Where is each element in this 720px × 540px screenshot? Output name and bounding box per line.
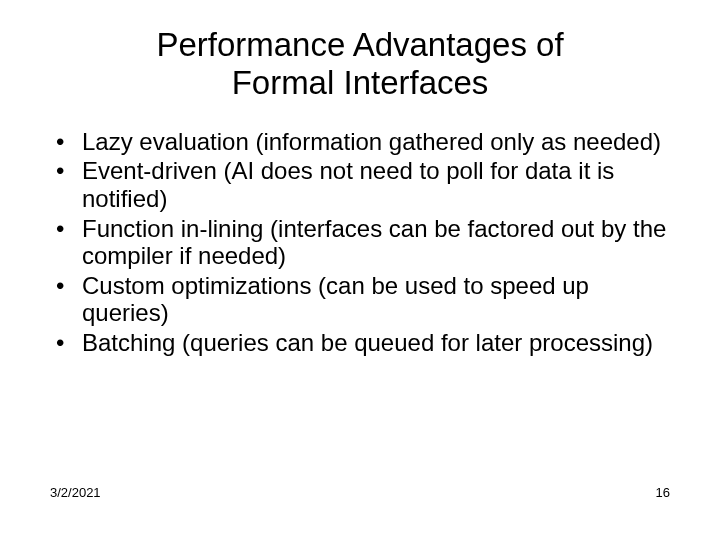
list-item: Custom optimizations (can be used to spe… — [50, 272, 670, 327]
slide: Performance Advantages of Formal Interfa… — [0, 0, 720, 540]
list-item: Function in-lining (interfaces can be fa… — [50, 215, 670, 270]
footer-date: 3/2/2021 — [50, 485, 101, 500]
slide-body: Lazy evaluation (information gathered on… — [0, 102, 720, 357]
slide-title: Performance Advantages of Formal Interfa… — [0, 0, 720, 102]
list-item: Event-driven (AI does not need to poll f… — [50, 157, 670, 212]
list-item: Lazy evaluation (information gathered on… — [50, 128, 670, 156]
bullet-list: Lazy evaluation (information gathered on… — [50, 128, 670, 357]
list-item: Batching (queries can be queued for late… — [50, 329, 670, 357]
bullet-text: Lazy evaluation (information gathered on… — [82, 128, 661, 155]
bullet-text: Event-driven (AI does not need to poll f… — [82, 157, 614, 212]
slide-footer: 3/2/2021 16 — [50, 485, 670, 500]
bullet-text: Custom optimizations (can be used to spe… — [82, 272, 589, 327]
bullet-text: Function in-lining (interfaces can be fa… — [82, 215, 666, 270]
title-line-1: Performance Advantages of — [156, 26, 563, 63]
footer-page-number: 16 — [656, 485, 670, 500]
title-line-2: Formal Interfaces — [232, 64, 489, 101]
bullet-text: Batching (queries can be queued for late… — [82, 329, 653, 356]
